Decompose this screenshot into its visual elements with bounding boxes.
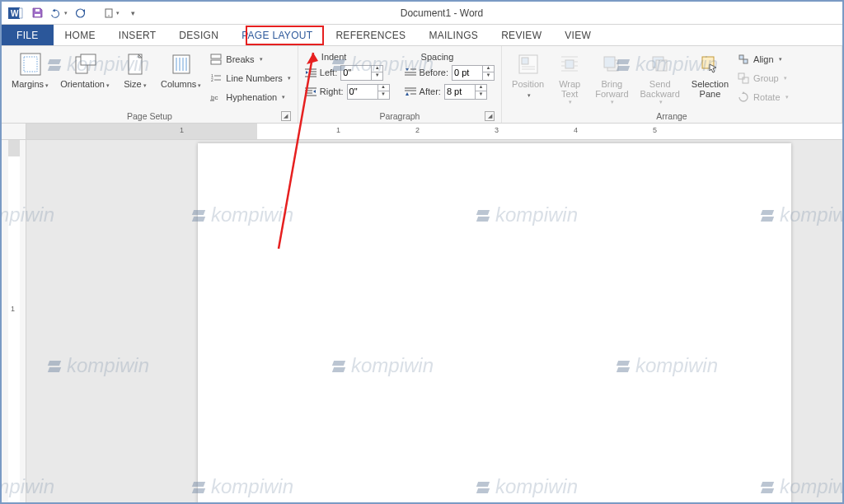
- bring-forward-button: Bring Forward▾: [592, 49, 631, 107]
- svg-text:2: 2: [211, 77, 213, 82]
- spin-up-icon[interactable]: ▲: [483, 65, 494, 72]
- tab-review[interactable]: REVIEW: [490, 25, 553, 45]
- paragraph-dialog-launcher[interactable]: ◢: [485, 111, 495, 121]
- redo-icon[interactable]: [71, 4, 89, 22]
- breaks-icon: [209, 53, 223, 66]
- document-page[interactable]: [198, 143, 791, 502]
- svg-rect-41: [522, 58, 528, 64]
- line-numbers-icon: 12: [209, 72, 223, 85]
- paragraph-group-label: Paragraph◢: [305, 110, 495, 121]
- spin-up-icon[interactable]: ▲: [372, 65, 382, 72]
- group-arrange: Position▾ Wrap Text▾ Bring Forward▾ Send…: [502, 46, 842, 123]
- svg-point-7: [108, 15, 109, 16]
- word-app-icon[interactable]: W: [7, 4, 25, 22]
- vertical-ruler[interactable]: 1: [2, 140, 26, 502]
- save-icon[interactable]: [28, 4, 46, 22]
- indent-right-input[interactable]: ▲▼: [347, 84, 390, 100]
- spacing-before-input[interactable]: ▲▼: [452, 65, 495, 81]
- svg-rect-3: [35, 14, 40, 16]
- indent-left-input[interactable]: ▲▼: [340, 65, 383, 81]
- spacing-before-icon: [405, 67, 416, 78]
- send-backward-button: Send Backward▾: [637, 49, 683, 107]
- group-icon: [737, 72, 750, 85]
- tab-page-layout[interactable]: PAGE LAYOUT: [230, 25, 324, 45]
- orientation-button[interactable]: Orientation▾: [57, 49, 113, 91]
- svg-rect-19: [211, 60, 221, 64]
- margins-button[interactable]: Margins▾: [8, 49, 52, 91]
- spin-down-icon[interactable]: ▼: [483, 72, 494, 80]
- tab-mailings[interactable]: MAILINGS: [417, 25, 490, 45]
- svg-rect-4: [35, 9, 40, 12]
- group-objects-button: Group▾: [737, 70, 788, 86]
- tab-insert[interactable]: INSERT: [107, 25, 168, 45]
- page-setup-dialog-launcher[interactable]: ◢: [281, 111, 291, 121]
- tab-design[interactable]: DESIGN: [167, 25, 230, 45]
- line-numbers-button[interactable]: 12Line Numbers▾: [209, 70, 290, 86]
- size-icon: [122, 51, 148, 77]
- svg-rect-57: [743, 59, 748, 63]
- svg-text:W: W: [11, 9, 19, 18]
- align-icon: [737, 53, 750, 66]
- svg-rect-54: [656, 60, 667, 71]
- touch-mode-icon[interactable]: ▾: [102, 4, 120, 22]
- page-setup-group-label: Page Setup◢: [8, 110, 291, 121]
- tab-home[interactable]: HOME: [54, 25, 107, 45]
- ribbon: Margins▾ Orientation▾ Size▾ Columns▾ Bre…: [2, 46, 842, 124]
- tab-view[interactable]: VIEW: [553, 25, 603, 45]
- indent-heading: Indent: [321, 49, 390, 64]
- horizontal-ruler[interactable]: 1 1 2 3 4 5: [26, 124, 842, 139]
- rotate-icon: [737, 91, 750, 104]
- spacing-after-input[interactable]: ▲▼: [444, 84, 487, 100]
- group-page-setup: Margins▾ Orientation▾ Size▾ Columns▾ Bre…: [2, 46, 298, 123]
- size-button[interactable]: Size▾: [118, 49, 152, 91]
- bring-forward-icon: [598, 51, 625, 77]
- spin-down-icon[interactable]: ▼: [378, 91, 389, 99]
- breaks-button[interactable]: Breaks▾: [209, 51, 290, 68]
- window-title: Document1 - Word: [145, 7, 738, 19]
- spin-up-icon[interactable]: ▲: [476, 84, 486, 91]
- svg-rect-11: [81, 54, 96, 65]
- columns-icon: [168, 51, 195, 77]
- group-paragraph: Indent Left: ▲▼ Right: ▲▼ Spacing Before…: [298, 46, 502, 123]
- position-icon: [515, 51, 542, 77]
- svg-rect-13: [173, 55, 190, 73]
- svg-rect-58: [738, 73, 744, 79]
- spin-down-icon[interactable]: ▼: [372, 72, 382, 80]
- indent-right-icon: [305, 86, 316, 97]
- quick-access-toolbar: W ▾ ▾ ▾ Document1 - Word: [2, 2, 842, 25]
- svg-rect-44: [565, 60, 574, 68]
- tab-references[interactable]: REFERENCES: [324, 25, 417, 45]
- svg-rect-52: [604, 57, 615, 68]
- columns-button[interactable]: Columns▾: [157, 49, 204, 91]
- spacing-heading: Spacing: [421, 49, 495, 64]
- document-canvas[interactable]: [26, 140, 842, 502]
- wrap-text-button: Wrap Text▾: [552, 49, 587, 107]
- arrange-group-label: Arrange: [509, 110, 835, 121]
- hyphenation-button[interactable]: bcHyphenation▾: [209, 89, 290, 105]
- document-area: 1: [2, 140, 842, 502]
- undo-icon[interactable]: ▾: [49, 4, 68, 22]
- hyphenation-icon: bc: [209, 91, 223, 104]
- customize-qat-icon[interactable]: ▾: [124, 4, 142, 22]
- svg-point-5: [76, 9, 84, 17]
- send-backward-icon: [647, 51, 673, 77]
- ruler-area: 1 1 2 3 4 5: [2, 124, 842, 140]
- spin-down-icon[interactable]: ▼: [476, 91, 486, 99]
- ribbon-tabs: FILE HOME INSERT DESIGN PAGE LAYOUT REFE…: [2, 25, 842, 46]
- margins-icon: [17, 51, 44, 77]
- svg-rect-2: [19, 8, 22, 18]
- selection-pane-icon: [696, 51, 723, 77]
- align-button[interactable]: Align▾: [737, 51, 788, 68]
- spacing-before-label: Before:: [420, 68, 448, 77]
- spacing-after-icon: [405, 86, 416, 97]
- orientation-icon: [72, 51, 98, 77]
- position-button: Position▾: [509, 49, 547, 100]
- selection-pane-button[interactable]: Selection Pane: [688, 49, 732, 100]
- tab-file[interactable]: FILE: [2, 25, 54, 45]
- svg-rect-56: [739, 55, 743, 59]
- ruler-corner: [2, 124, 26, 139]
- indent-right-label: Right:: [320, 86, 344, 96]
- spin-up-icon[interactable]: ▲: [378, 84, 389, 91]
- svg-rect-59: [743, 77, 748, 83]
- indent-left-icon: [305, 67, 316, 78]
